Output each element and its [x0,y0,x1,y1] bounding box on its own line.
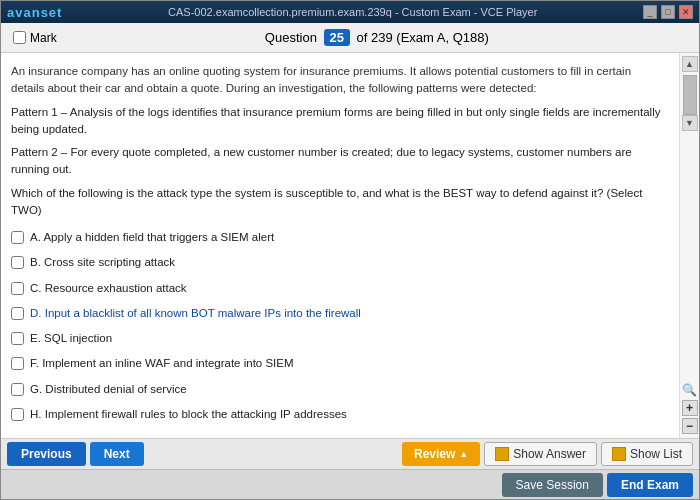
list-item: F. Implement an inline WAF and integrate… [11,353,665,374]
mark-label: Mark [30,31,57,45]
option-f-label: F. Implement an inline WAF and integrate… [30,355,294,372]
pattern1-text: Pattern 1 – Analysis of the logs identif… [11,104,665,139]
maximize-button[interactable]: □ [661,5,675,19]
show-list-icon [612,447,626,461]
option-h-checkbox[interactable] [11,408,24,421]
app-window: avanset CAS-002.examcollection.premium.e… [0,0,700,500]
close-button[interactable]: ✕ [679,5,693,19]
right-panel: ▲ ▼ 🔍 + − [679,53,699,438]
title-bar-left: avanset [7,5,62,20]
list-item: A. Apply a hidden field that triggers a … [11,227,665,248]
option-e-checkbox[interactable] [11,332,24,345]
option-c-label: C. Resource exhaustion attack [30,280,187,297]
scroll-up-button[interactable]: ▲ [682,56,698,72]
question-label: Question [265,30,317,45]
option-g-checkbox[interactable] [11,383,24,396]
question-header: Question 25 of 239 (Exam A, Q188) [67,29,687,46]
passage-text: An insurance company has an online quoti… [11,63,665,98]
list-item: B. Cross site scripting attack [11,252,665,273]
show-list-button[interactable]: Show List [601,442,693,466]
content-area: An insurance company has an online quoti… [1,53,699,438]
zoom-out-button[interactable]: − [682,418,698,434]
option-e-label: E. SQL injection [30,330,112,347]
option-d-label: D. Input a blacklist of all known BOT ma… [30,305,361,322]
scrollbar: ▲ ▼ [680,53,699,134]
mark-container: Mark [13,31,57,45]
bottom-row1: Previous Next Review ▲ Show Answer Show … [1,439,699,469]
search-zoom-icon: 🔍 [682,382,698,398]
option-c-checkbox[interactable] [11,282,24,295]
show-answer-button[interactable]: Show Answer [484,442,597,466]
show-list-label: Show List [630,447,682,461]
app-title: CAS-002.examcollection.premium.exam.239q… [62,6,643,18]
list-item: E. SQL injection [11,328,665,349]
end-exam-button[interactable]: End Exam [607,473,693,497]
question-prompt: Which of the following is the attack typ… [11,185,665,220]
pattern2-text: Pattern 2 – For every quote completed, a… [11,144,665,179]
list-item: D. Input a blacklist of all known BOT ma… [11,303,665,324]
scroll-track [680,134,699,378]
show-answer-label: Show Answer [513,447,586,461]
list-item: G. Distributed denial of service [11,379,665,400]
question-toolbar: Mark Question 25 of 239 (Exam A, Q188) [1,23,699,53]
title-bar: avanset CAS-002.examcollection.premium.e… [1,1,699,23]
main-content: An insurance company has an online quoti… [1,53,679,438]
list-item: C. Resource exhaustion attack [11,278,665,299]
option-h-label: H. Implement firewall rules to block the… [30,406,347,423]
save-session-button[interactable]: Save Session [502,473,603,497]
option-a-checkbox[interactable] [11,231,24,244]
mark-checkbox[interactable] [13,31,26,44]
question-number-badge: 25 [324,29,350,46]
window-controls: _ □ ✕ [643,5,693,19]
previous-button[interactable]: Previous [7,442,86,466]
answer-options: A. Apply a hidden field that triggers a … [11,227,665,425]
question-total: of 239 (Exam A, Q188) [357,30,489,45]
minimize-button[interactable]: _ [643,5,657,19]
next-button[interactable]: Next [90,442,144,466]
bottom-bar: Previous Next Review ▲ Show Answer Show … [1,438,699,499]
review-button[interactable]: Review ▲ [402,442,480,466]
review-arrow-icon: ▲ [459,449,468,459]
avanset-logo: avanset [7,5,62,20]
scroll-down-button[interactable]: ▼ [682,115,698,131]
option-b-checkbox[interactable] [11,256,24,269]
zoom-in-button[interactable]: + [682,400,698,416]
show-answer-icon [495,447,509,461]
zoom-panel: 🔍 + − [680,378,699,438]
option-b-label: B. Cross site scripting attack [30,254,175,271]
bottom-row2: Save Session End Exam [1,469,699,499]
option-a-label: A. Apply a hidden field that triggers a … [30,229,274,246]
list-item: H. Implement firewall rules to block the… [11,404,665,425]
review-label: Review [414,447,455,461]
option-d-checkbox[interactable] [11,307,24,320]
scroll-thumb[interactable] [683,75,697,115]
option-g-label: G. Distributed denial of service [30,381,187,398]
option-f-checkbox[interactable] [11,357,24,370]
